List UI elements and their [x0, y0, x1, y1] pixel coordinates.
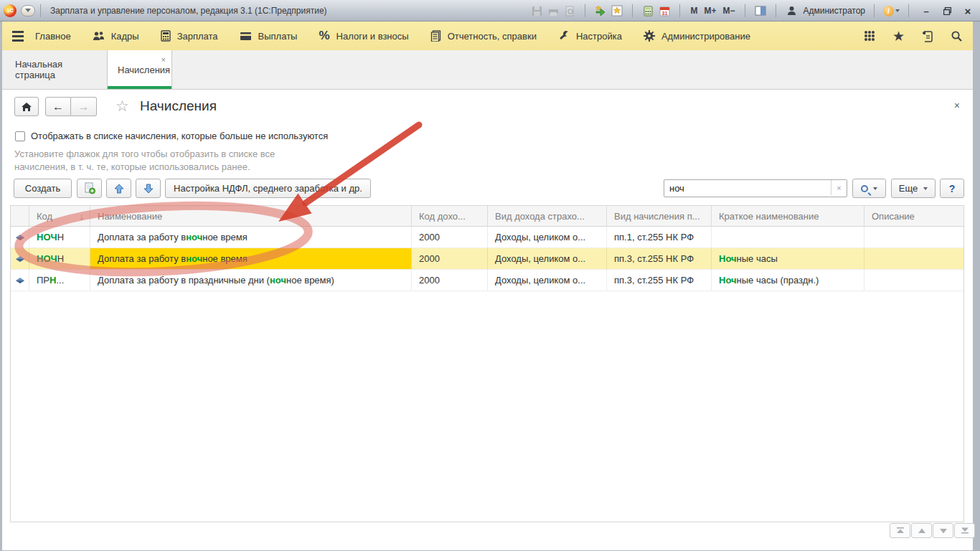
header-code[interactable]: Код↓	[29, 206, 90, 226]
favorites-star-icon[interactable]: ★	[892, 29, 905, 43]
chevron-down-icon	[873, 187, 877, 190]
minimize-button[interactable]: –	[918, 4, 935, 17]
menu-item-administration[interactable]: Администрирование	[644, 30, 750, 42]
search-input[interactable]	[664, 179, 847, 197]
menu-item-settings[interactable]: Настройка	[558, 30, 622, 42]
user-icon	[785, 4, 798, 17]
title-bar: 1С Зарплата и управление персоналом, ред…	[0, 0, 980, 22]
scroll-up-button[interactable]	[911, 523, 932, 538]
cell-description	[864, 270, 963, 291]
people-icon	[93, 31, 105, 42]
header-icon-column[interactable]	[11, 206, 29, 226]
menu-item-personnel[interactable]: Кадры	[93, 31, 139, 42]
system-menu-button[interactable]	[21, 5, 35, 17]
split-window-icon[interactable]	[754, 4, 767, 17]
print-preview-icon	[563, 4, 576, 17]
menu-item-main[interactable]: Главное	[35, 31, 71, 42]
ndfl-settings-button[interactable]: Настройка НДФЛ, среднего заработка и др.	[165, 179, 371, 198]
favorites-list-icon[interactable]	[611, 4, 623, 17]
main-menu-bar: Главное Кадры Зарплата Выплаты % Налоги …	[2, 22, 973, 50]
tab-bar: Начальная страница Начисления ×	[2, 50, 973, 90]
menu-label: Отчетность, справки	[448, 31, 537, 42]
home-icon	[21, 102, 32, 112]
more-label: Еще	[899, 183, 918, 194]
header-name[interactable]: Наименование	[90, 206, 412, 226]
memory-m-minus-button[interactable]: М−	[721, 6, 736, 16]
tab-label: Начальная страница	[15, 59, 94, 80]
cell-accrual-kind: пп.3, ст.255 НК РФ	[607, 248, 712, 269]
home-button[interactable]	[14, 97, 39, 116]
header-accrual-kind[interactable]: Вид начисления п...	[607, 206, 712, 226]
table-header-row: Код↓ Наименование Код дохо... Вид дохода…	[11, 206, 963, 227]
cell-description	[864, 227, 963, 248]
search-button[interactable]	[852, 179, 886, 198]
header-label: Код	[37, 211, 52, 222]
show-unused-checkbox[interactable]	[15, 131, 25, 141]
close-button[interactable]: ×	[959, 4, 976, 17]
move-up-button[interactable]	[106, 179, 131, 198]
tab-home-page[interactable]: Начальная страница	[2, 50, 108, 89]
table-row[interactable]: ПРН... Доплата за работу в праздничные д…	[11, 270, 963, 291]
divider	[745, 4, 745, 17]
all-functions-grid-icon[interactable]	[864, 30, 875, 42]
hamburger-menu-icon[interactable]	[12, 31, 24, 42]
item-diamond-icon	[15, 234, 25, 241]
favorite-star-icon[interactable]: ☆	[116, 98, 129, 115]
calendar-icon[interactable]: 31	[658, 4, 671, 17]
info-icon: i	[883, 6, 894, 17]
create-button[interactable]: Создать	[14, 179, 72, 198]
table-row-selected[interactable]: НОЧН Доплата за работу в ночное время 20…	[11, 248, 963, 270]
menu-item-payments[interactable]: Выплаты	[240, 31, 298, 42]
scroll-to-bottom-button[interactable]	[954, 523, 975, 538]
menu-item-salary[interactable]: Зарплата	[161, 30, 218, 42]
accruals-form: ← → ☆ Начисления × Отображать в списке н…	[2, 90, 973, 550]
form-close-icon[interactable]: ×	[954, 100, 960, 111]
divider	[632, 4, 633, 17]
add-favorite-icon[interactable]	[594, 4, 607, 17]
header-income-code[interactable]: Код дохо...	[412, 206, 488, 226]
cell-accrual-kind: пп.3, ст.255 НК РФ	[607, 270, 712, 291]
move-down-button[interactable]	[136, 179, 161, 198]
menu-item-reports[interactable]: Отчетность, справки	[430, 30, 537, 42]
memory-m-plus-button[interactable]: М+	[702, 6, 717, 16]
divider	[679, 4, 680, 17]
search-icon[interactable]	[951, 30, 963, 42]
menu-item-taxes[interactable]: % Налоги и взносы	[319, 29, 408, 43]
cell-income-code: 2000	[412, 248, 488, 269]
tab-label: Начисления	[118, 65, 170, 75]
clear-search-icon[interactable]: ×	[831, 180, 847, 195]
cell-insurance-income: Доходы, целиком о...	[488, 248, 607, 269]
info-button[interactable]: i	[883, 6, 900, 17]
memory-m-button[interactable]: М	[689, 6, 699, 16]
chevron-down-icon	[923, 187, 928, 190]
back-button[interactable]: ←	[45, 97, 71, 116]
save-icon	[530, 4, 543, 17]
history-navigation: ← →	[45, 97, 97, 116]
scroll-to-top-button[interactable]	[890, 523, 910, 538]
header-description[interactable]: Описание	[864, 206, 963, 226]
divider	[874, 4, 875, 17]
menu-label: Выплаты	[258, 31, 298, 42]
copy-button[interactable]	[77, 179, 102, 198]
close-tab-icon[interactable]: ×	[161, 56, 166, 64]
header-short-name[interactable]: Краткое наименование	[712, 206, 864, 226]
divider	[40, 4, 41, 17]
history-icon[interactable]	[922, 30, 933, 42]
calculator-icon[interactable]	[641, 4, 654, 17]
more-button[interactable]: Еще	[891, 179, 936, 198]
sort-desc-icon: ↓	[80, 211, 85, 222]
menu-label: Зарплата	[177, 31, 218, 42]
help-button[interactable]: ?	[940, 179, 964, 198]
tab-accruals[interactable]: Начисления ×	[108, 50, 172, 89]
search-field-wrap: ×	[664, 179, 847, 197]
cell-name-focused: Доплата за работу в ночное время	[90, 248, 412, 269]
scroll-bottom-icon	[961, 527, 969, 534]
forward-button[interactable]: →	[71, 97, 97, 116]
table-row[interactable]: НОЧН Доплата за работу в ночное время 20…	[11, 227, 963, 248]
header-insurance-income-kind[interactable]: Вид дохода страхо...	[488, 206, 607, 226]
maximize-button[interactable]	[938, 4, 956, 17]
print-icon	[547, 4, 560, 17]
scroll-down-button[interactable]	[933, 523, 953, 538]
divider	[585, 4, 585, 17]
chevron-down-icon	[25, 9, 31, 12]
